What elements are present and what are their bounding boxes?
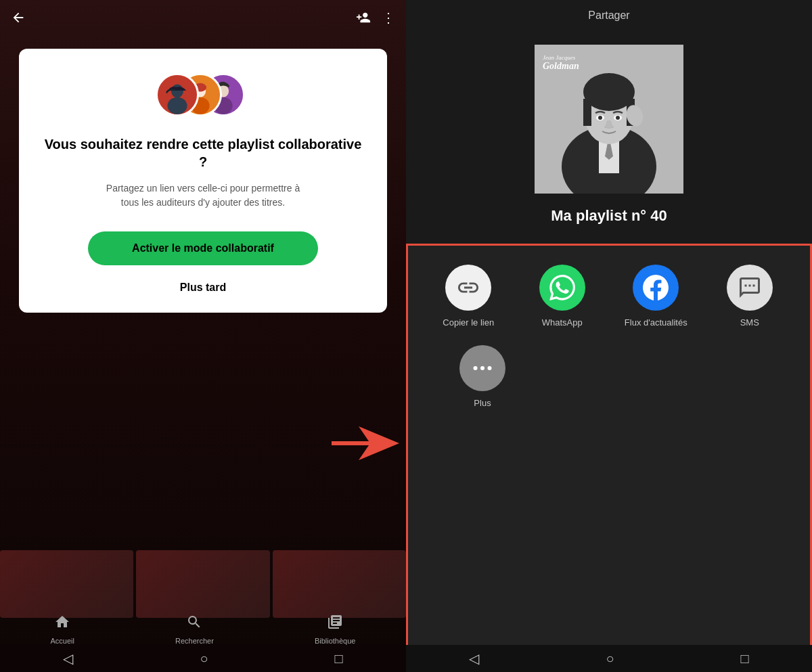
recents-nav-icon[interactable]: □ bbox=[334, 651, 342, 667]
album-art: Jean Jacques Goldman bbox=[535, 45, 683, 194]
add-user-button[interactable] bbox=[356, 10, 371, 25]
recents-nav-right-icon[interactable]: □ bbox=[740, 651, 748, 667]
right-panel: Partager bbox=[406, 0, 812, 672]
later-button[interactable]: Plus tard bbox=[180, 282, 226, 294]
collaborative-modal: Vous souhaitez rendre cette playlist col… bbox=[19, 49, 387, 313]
copy-link-label: Copier le lien bbox=[443, 317, 494, 329]
whatsapp-icon bbox=[539, 265, 585, 311]
svg-marker-10 bbox=[332, 426, 399, 460]
share-grid: Copier le lien WhatsApp Flux d'act bbox=[406, 244, 812, 672]
album-art-svg: Jean Jacques Goldman bbox=[535, 45, 683, 194]
share-whatsapp[interactable]: WhatsApp bbox=[528, 265, 596, 329]
nav-library-label: Bibliothèque bbox=[315, 637, 356, 645]
android-nav-right: ◁ ○ □ bbox=[406, 645, 812, 672]
svg-point-29 bbox=[488, 366, 492, 370]
more-label: Plus bbox=[474, 398, 491, 409]
nav-search-label: Rechercher bbox=[175, 637, 214, 645]
share-facebook[interactable]: Flux d'actualités bbox=[622, 265, 690, 329]
library-icon bbox=[327, 614, 343, 634]
whatsapp-label: WhatsApp bbox=[542, 317, 583, 329]
playlist-name: Ma playlist n° 40 bbox=[551, 207, 667, 225]
modal-description: Partagez un lien vers celle-ci pour perm… bbox=[102, 181, 304, 210]
svg-point-28 bbox=[480, 366, 484, 370]
sms-label: SMS bbox=[740, 317, 759, 329]
avatar-1 bbox=[156, 73, 199, 116]
partager-title: Partager bbox=[588, 9, 629, 22]
more-icon bbox=[459, 345, 505, 391]
back-button[interactable] bbox=[11, 10, 26, 25]
sms-icon bbox=[727, 265, 773, 311]
home-nav-icon[interactable]: ○ bbox=[200, 651, 208, 667]
nav-home[interactable]: Accueil bbox=[51, 614, 74, 645]
svg-point-1 bbox=[171, 85, 183, 98]
share-copy-link[interactable]: Copier le lien bbox=[434, 265, 502, 329]
search-icon bbox=[186, 614, 202, 634]
svg-point-22 bbox=[598, 116, 602, 120]
facebook-icon bbox=[633, 265, 679, 311]
nav-search[interactable]: Rechercher bbox=[175, 614, 214, 645]
copy-link-icon bbox=[445, 265, 491, 311]
more-options-button[interactable]: ⋮ bbox=[382, 9, 395, 26]
svg-text:Jean Jacques: Jean Jacques bbox=[543, 54, 576, 61]
top-bar-right: Partager bbox=[406, 0, 812, 31]
back-nav-icon[interactable]: ◁ bbox=[63, 650, 73, 667]
svg-point-2 bbox=[168, 97, 187, 114]
red-arrow bbox=[332, 426, 399, 463]
android-nav-left: ◁ ○ □ bbox=[0, 645, 406, 672]
nav-home-label: Accueil bbox=[51, 637, 74, 645]
bg-thumbs bbox=[0, 550, 406, 618]
left-panel: ⋮ bbox=[0, 0, 406, 672]
svg-point-23 bbox=[616, 116, 620, 120]
share-row-2: Plus bbox=[422, 345, 796, 409]
svg-rect-18 bbox=[583, 99, 591, 126]
share-sms[interactable]: SMS bbox=[716, 265, 784, 329]
avatars-group bbox=[156, 73, 250, 116]
bottom-nav-left: Accueil Rechercher Bibliothèque bbox=[0, 614, 406, 645]
svg-point-27 bbox=[474, 366, 478, 370]
modal-title: Vous souhaitez rendre cette playlist col… bbox=[41, 135, 365, 171]
share-row-1: Copier le lien WhatsApp Flux d'act bbox=[422, 265, 796, 329]
collab-button[interactable]: Activer le mode collaboratif bbox=[88, 231, 318, 265]
home-icon bbox=[54, 614, 70, 634]
svg-text:Goldman: Goldman bbox=[543, 61, 579, 71]
facebook-label: Flux d'actualités bbox=[625, 317, 687, 329]
nav-library[interactable]: Bibliothèque bbox=[315, 614, 356, 645]
share-more[interactable]: Plus bbox=[449, 345, 516, 409]
top-bar-left: ⋮ bbox=[0, 0, 406, 35]
home-nav-right-icon[interactable]: ○ bbox=[606, 651, 614, 667]
back-nav-right-icon[interactable]: ◁ bbox=[469, 650, 479, 667]
